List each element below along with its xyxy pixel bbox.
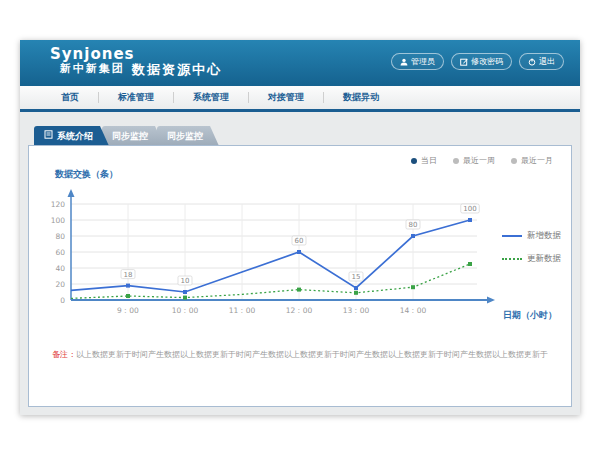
change-password-label: 修改密码 <box>471 56 503 67</box>
svg-text:80: 80 <box>409 221 418 229</box>
header-actions: 管理员 修改密码 退出 <box>391 53 564 70</box>
period-option-last-week[interactable]: 最近一周 <box>453 155 495 166</box>
svg-text:100: 100 <box>51 216 66 225</box>
logo-cn-text: 新中新集团 <box>50 62 135 76</box>
period-option-today[interactable]: 当日 <box>411 155 437 166</box>
line-chart: 0204060801001209：0010：0011：0012：0013：001… <box>37 182 497 332</box>
change-password-button[interactable]: 修改密码 <box>451 53 512 70</box>
footnote-text: 以上数据更新于时间产生数据以上数据更新于时间产生数据以上数据更新于时间产生数据以… <box>76 350 548 359</box>
svg-text:11：00: 11：00 <box>229 306 256 315</box>
svg-text:80: 80 <box>55 232 65 241</box>
content-area: 系统介绍 同步监控 同步监控 当日 最近一周 <box>20 112 580 412</box>
x-axis-title: 日期（小时） <box>503 309 557 322</box>
tab-sync-monitor-1[interactable]: 同步监控 <box>102 126 164 146</box>
tab-system-intro[interactable]: 系统介绍 <box>34 126 109 146</box>
app-window: Synjones 新中新集团 数据资源中心 管理员 修改密码 退出 <box>20 40 580 415</box>
footnote: 备注：以上数据更新于时间产生数据以上数据更新于时间产生数据以上数据更新于时间产生… <box>37 349 563 360</box>
svg-text:40: 40 <box>55 264 65 273</box>
nav-item-integration[interactable]: 对接管理 <box>249 92 324 103</box>
svg-text:15: 15 <box>352 273 361 281</box>
series-legend: 新增数据 更新数据 <box>502 230 561 265</box>
svg-text:100: 100 <box>463 205 476 213</box>
tab-system-intro-label: 系统介绍 <box>57 126 93 146</box>
company-logo: Synjones 新中新集团 <box>50 47 135 76</box>
svg-text:12：00: 12：00 <box>286 306 313 315</box>
svg-text:60: 60 <box>55 248 65 257</box>
edit-icon <box>460 58 468 66</box>
dotted-line-icon <box>502 258 522 260</box>
tab-bar: 系统介绍 同步监控 同步监控 <box>34 126 212 146</box>
footnote-label: 备注： <box>52 350 76 359</box>
tab-sync-monitor-2[interactable]: 同步监控 <box>157 126 219 146</box>
period-last-month-label: 最近一月 <box>521 155 553 166</box>
svg-text:10：00: 10：00 <box>172 306 199 315</box>
nav-item-system[interactable]: 系统管理 <box>174 92 249 103</box>
svg-text:13：00: 13：00 <box>343 306 370 315</box>
legend-new-data-label: 新增数据 <box>527 230 561 242</box>
period-today-label: 当日 <box>421 155 437 166</box>
period-last-week-label: 最近一周 <box>463 155 495 166</box>
logout-label: 退出 <box>539 56 555 67</box>
legend-update-data[interactable]: 更新数据 <box>502 253 561 265</box>
solid-line-icon <box>502 235 522 237</box>
period-selector: 当日 最近一周 最近一月 <box>411 155 553 166</box>
logo-en-text: Synjones <box>50 47 135 62</box>
svg-text:10: 10 <box>181 277 190 285</box>
period-option-last-month[interactable]: 最近一月 <box>511 155 553 166</box>
nav-item-home[interactable]: 首页 <box>42 92 99 103</box>
svg-text:18: 18 <box>124 271 133 279</box>
logout-button[interactable]: 退出 <box>519 53 564 70</box>
svg-text:120: 120 <box>51 200 66 209</box>
admin-user-button[interactable]: 管理员 <box>391 53 444 70</box>
power-icon <box>528 58 536 66</box>
svg-text:20: 20 <box>55 280 65 289</box>
svg-text:0: 0 <box>60 296 65 305</box>
radio-unselected-icon <box>453 158 459 164</box>
y-axis-title: 数据交换（条） <box>55 168 118 181</box>
svg-text:9：00: 9：00 <box>117 306 139 315</box>
legend-update-data-label: 更新数据 <box>527 253 561 265</box>
radio-selected-icon <box>411 158 417 164</box>
svg-text:14：00: 14：00 <box>400 306 427 315</box>
main-nav: 首页 标准管理 系统管理 对接管理 数据异动 <box>20 86 580 112</box>
document-icon <box>44 126 53 146</box>
svg-text:60: 60 <box>295 237 304 245</box>
app-header: Synjones 新中新集团 数据资源中心 管理员 修改密码 退出 <box>20 40 580 86</box>
page-title: 数据资源中心 <box>132 61 222 79</box>
radio-unselected-icon <box>511 158 517 164</box>
chart-panel: 当日 最近一周 最近一月 数据交换（条） 0204060801001209：00… <box>28 145 572 407</box>
user-icon <box>400 58 408 66</box>
nav-item-standards[interactable]: 标准管理 <box>99 92 174 103</box>
admin-user-label: 管理员 <box>411 56 435 67</box>
tab-sync-monitor-1-label: 同步监控 <box>112 126 148 146</box>
nav-item-data-change[interactable]: 数据异动 <box>324 92 398 103</box>
tab-sync-monitor-2-label: 同步监控 <box>167 126 203 146</box>
legend-new-data[interactable]: 新增数据 <box>502 230 561 242</box>
